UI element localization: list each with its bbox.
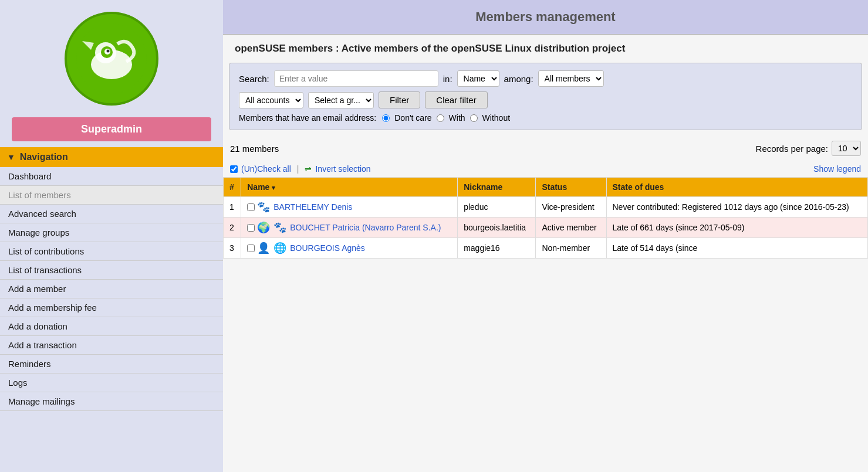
member-name-link[interactable]: BOURGEOIS Agnès: [290, 243, 365, 253]
app-logo: [65, 12, 158, 106]
row-status: Active member: [536, 218, 606, 238]
row-nickname: maggie16: [458, 238, 536, 259]
page-header: Members management: [223, 0, 868, 35]
row-num: 1: [224, 197, 241, 218]
row-checkbox[interactable]: [247, 224, 255, 232]
row-nickname: bourgeois.laetitia: [458, 218, 536, 238]
nav-header-label: Navigation: [20, 152, 68, 162]
superadmin-label: Superadmin: [12, 117, 211, 141]
row-num: 2: [224, 218, 241, 238]
sidebar-item-dashboard[interactable]: Dashboard: [0, 167, 223, 186]
sidebar-item-add-member[interactable]: Add a member: [0, 280, 223, 298]
member-icon[interactable]: 🐾: [257, 201, 270, 213]
invert-selection-link[interactable]: Invert selection: [315, 164, 370, 174]
member-name-link[interactable]: BARTHELEMY Denis: [273, 202, 352, 212]
sort-icon: ▾: [272, 184, 275, 191]
sidebar: Superadmin ▼ Navigation Dashboard List o…: [0, 0, 223, 472]
search-input[interactable]: [274, 70, 438, 87]
radio-dont-care-label: Don't care: [394, 113, 431, 123]
member-icon2[interactable]: 🐾: [273, 221, 286, 234]
nav-arrow-icon: ▼: [7, 152, 15, 162]
table-row: 1 🐾 BARTHELEMY Denis pleduc Vice-preside…: [224, 197, 868, 218]
member-name-link[interactable]: BOUCHET Patricia (Navarro Parent S.A.): [290, 223, 441, 232]
filter-button[interactable]: Filter: [379, 91, 420, 108]
sidebar-item-logs[interactable]: Logs: [0, 373, 223, 392]
radio-with[interactable]: [437, 114, 444, 122]
members-bar: 21 members Records per page: 10 25 50: [223, 136, 868, 161]
account-select[interactable]: All accounts: [239, 92, 303, 108]
sidebar-item-add-membership-fee[interactable]: Add a membership fee: [0, 298, 223, 317]
page-subtitle: openSUSE members : Active members of the…: [223, 35, 868, 63]
email-radio-group: Don't care With Without: [382, 113, 510, 123]
clear-filter-button[interactable]: Clear filter: [425, 91, 487, 108]
row-nickname: pleduc: [458, 197, 536, 218]
in-label: in:: [443, 74, 452, 84]
sidebar-item-list-transactions[interactable]: List of transactions: [0, 261, 223, 280]
search-panel: Search: in: Name among: All members All …: [229, 63, 862, 130]
table-row: 3 👤 🌐 BOURGEOIS Agnès maggie16 Non-membe…: [224, 238, 868, 259]
sidebar-item-add-transaction[interactable]: Add a transaction: [0, 336, 223, 355]
main-content: Members management openSUSE members : Ac…: [223, 0, 868, 472]
col-header-dues: State of dues: [606, 178, 868, 197]
members-table: # Name ▾ Nickname Status State of dues 1…: [223, 177, 868, 259]
email-filter-label: Members that have an email address:: [239, 113, 376, 123]
col-header-status: Status: [536, 178, 606, 197]
among-select[interactable]: All members: [538, 70, 604, 87]
pipe-divider: |: [297, 164, 299, 174]
sidebar-item-list-contributions[interactable]: List of contributions: [0, 242, 223, 261]
sidebar-item-manage-mailings[interactable]: Manage mailings: [0, 392, 223, 411]
row-dues: Late of 661 days (since 2017-05-09): [606, 218, 868, 238]
logo-area: [0, 0, 223, 111]
sidebar-item-add-donation[interactable]: Add a donation: [0, 317, 223, 336]
radio-without-label: Without: [482, 113, 510, 123]
invert-icon: ⇌: [305, 164, 312, 174]
records-per-page: Records per page: 10 25 50: [756, 141, 861, 156]
row-dues: Never contributed: Registered 1012 days …: [606, 197, 868, 218]
sidebar-item-manage-groups[interactable]: Manage groups: [0, 223, 223, 242]
col-header-nickname: Nickname: [458, 178, 536, 197]
check-all-area: (Un)Check all | ⇌ Invert selection: [230, 164, 371, 174]
sidebar-item-list-members[interactable]: List of members: [0, 186, 223, 205]
records-per-page-label: Records per page:: [756, 144, 828, 154]
check-all-link[interactable]: (Un)Check all: [241, 164, 291, 174]
row-status: Non-member: [536, 238, 606, 259]
col-header-num: #: [224, 178, 241, 197]
nav-header: ▼ Navigation: [0, 147, 223, 167]
row-name-cell: 🌍 🐾 BOUCHET Patricia (Navarro Parent S.A…: [241, 218, 458, 238]
sidebar-item-reminders[interactable]: Reminders: [0, 355, 223, 373]
radio-dont-care[interactable]: [382, 114, 390, 122]
row-checkbox[interactable]: [247, 203, 255, 211]
col-header-name[interactable]: Name ▾: [241, 178, 458, 197]
table-row: 2 🌍 🐾 BOUCHET Patricia (Navarro Parent S…: [224, 218, 868, 238]
radio-without[interactable]: [470, 114, 478, 122]
row-name-cell: 👤 🌐 BOURGEOIS Agnès: [241, 238, 458, 259]
row-name-cell: 🐾 BARTHELEMY Denis: [241, 197, 458, 218]
row-dues: Late of 514 days (since: [606, 238, 868, 259]
member-icon[interactable]: 🌍: [257, 221, 270, 234]
member-icon[interactable]: 👤: [257, 242, 270, 254]
svg-point-5: [107, 50, 110, 53]
row-status: Vice-president: [536, 197, 606, 218]
search-in-select[interactable]: Name: [457, 70, 499, 87]
action-row: (Un)Check all | ⇌ Invert selection Show …: [223, 161, 868, 177]
among-label: among:: [504, 74, 533, 84]
page-title: Members management: [475, 9, 615, 24]
logo-svg: [73, 21, 150, 97]
search-label: Search:: [239, 74, 269, 84]
sidebar-item-advanced-search[interactable]: Advanced search: [0, 205, 223, 223]
show-legend-link[interactable]: Show legend: [813, 164, 861, 174]
nav-list: Dashboard List of members Advanced searc…: [0, 167, 223, 411]
row-num: 3: [224, 238, 241, 259]
row-checkbox[interactable]: [247, 245, 255, 252]
members-count: 21 members: [230, 144, 279, 154]
group-select[interactable]: Select a gr...: [308, 92, 374, 108]
check-all-checkbox[interactable]: [230, 165, 238, 173]
radio-with-label: With: [449, 113, 465, 123]
records-per-page-select[interactable]: 10 25 50: [832, 141, 861, 156]
member-icon2[interactable]: 🌐: [273, 242, 286, 254]
